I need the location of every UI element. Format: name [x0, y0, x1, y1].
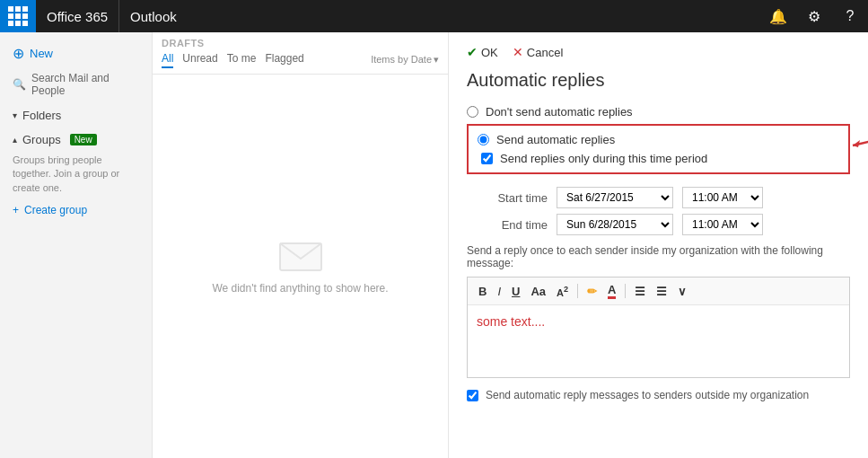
filter-tab-tome[interactable]: To me [227, 50, 257, 68]
items-by-date-dropdown[interactable]: Items by Date ▾ [371, 54, 439, 66]
waffle-menu-button[interactable] [0, 0, 36, 32]
editor-toolbar: B I U Aa A2 ✏ A ☰ ☰ ∨ [468, 277, 849, 305]
empty-envelope-icon [278, 239, 323, 275]
radio-group: Don't send automatic replies Send automa… [467, 105, 850, 178]
editor-body[interactable]: some text.... [468, 305, 849, 377]
toolbar-divider-2 [625, 284, 626, 298]
page-title: Automatic replies [467, 70, 850, 91]
new-button[interactable]: ⊕ New [0, 40, 152, 67]
send-auto-label: Send automatic replies [496, 133, 615, 146]
search-button[interactable]: 🔍 Search Mail and People [0, 67, 152, 101]
chevron-small-icon: ▾ [434, 54, 439, 66]
font-size-button[interactable]: Aa [527, 283, 549, 300]
empty-state: We didn't find anything to show here. [153, 75, 448, 458]
filter-tabs: All Unread To me Flagged [162, 50, 304, 68]
ok-label: OK [481, 46, 498, 59]
start-time-label: Start time [467, 191, 548, 205]
sidebar: ⊕ New 🔍 Search Mail and People ▾ Folders… [0, 32, 153, 458]
app-name: Outlook [119, 0, 760, 32]
superscript-button[interactable]: A2 [553, 283, 572, 300]
dont-send-radio[interactable] [467, 106, 478, 118]
cancel-button[interactable]: ✕ Cancel [513, 45, 563, 59]
create-group-label: Create group [24, 204, 87, 216]
check-icon: ✔ [467, 45, 478, 59]
filter-tab-flagged[interactable]: Flagged [265, 50, 303, 68]
create-group-button[interactable]: + Create group [0, 198, 152, 222]
action-bar: ✔ OK ✕ Cancel [467, 45, 850, 59]
middle-panel: DRAFTS All Unread To me Flagged Items by… [153, 32, 449, 458]
plus-icon: ⊕ [13, 45, 24, 62]
unordered-list-button[interactable]: ☰ [631, 283, 649, 300]
plus-small-icon: + [13, 204, 19, 216]
outside-org-label: Send automatic reply messages to senders… [486, 389, 809, 401]
groups-new-badge: New [70, 134, 97, 145]
highlighted-send-box: Send automatic replies Send replies only… [467, 124, 850, 174]
chevron-down-icon: ▾ [13, 110, 17, 120]
font-color-button[interactable]: A [604, 281, 619, 301]
product-name: Office 365 [36, 0, 119, 32]
send-auto-radio[interactable] [478, 134, 489, 145]
toolbar-divider-1 [577, 284, 578, 298]
end-time-row: End time Sun 6/28/2015 11:00 AM [467, 214, 850, 235]
groups-description: Groups bring people together. Join a gro… [0, 150, 152, 198]
more-options-button[interactable]: ∨ [674, 283, 690, 300]
send-auto-option[interactable]: Send automatic replies [478, 133, 839, 146]
outside-org-checkbox-label[interactable]: Send automatic reply messages to senders… [467, 389, 850, 401]
dont-send-option[interactable]: Don't send automatic replies [467, 105, 850, 119]
search-icon: 🔍 [13, 78, 26, 91]
empty-state-text: We didn't find anything to show here. [212, 282, 388, 295]
ordered-list-button[interactable]: ☰ [653, 283, 671, 300]
end-time-select[interactable]: 11:00 AM [682, 214, 763, 235]
start-time-select[interactable]: 11:00 AM [682, 187, 763, 208]
end-time-label: End time [467, 218, 548, 232]
cancel-label: Cancel [527, 46, 563, 59]
send-during-label: Send replies only during this time perio… [500, 152, 707, 165]
search-label: Search Mail and People [31, 72, 139, 97]
cross-icon: ✕ [513, 45, 523, 59]
main-layout: ⊕ New 🔍 Search Mail and People ▾ Folders… [0, 32, 868, 458]
topbar-icons: 🔔 ⚙ ? [760, 0, 868, 32]
message-editor: B I U Aa A2 ✏ A ☰ ☰ ∨ some text.... [467, 277, 850, 378]
editor-text: some text.... [477, 314, 545, 329]
right-panel: ✔ OK ✕ Cancel Automatic replies Don't se… [449, 32, 868, 458]
folders-header[interactable]: ▾ Folders [0, 101, 152, 126]
start-time-row: Start time Sat 6/27/2015 11:00 AM [467, 187, 850, 208]
new-label: New [30, 47, 53, 60]
underline-button[interactable]: U [508, 283, 523, 300]
topbar: Office 365 Outlook 🔔 ⚙ ? [0, 0, 868, 32]
drafts-toolbar: All Unread To me Flagged Items by Date ▾ [153, 48, 448, 75]
drafts-header: DRAFTS [153, 32, 448, 48]
italic-button[interactable]: I [494, 283, 504, 300]
start-date-select[interactable]: Sat 6/27/2015 [557, 187, 673, 208]
groups-label: Groups [22, 133, 61, 146]
folders-label: Folders [22, 109, 61, 122]
items-by-date-label: Items by Date [371, 54, 432, 65]
settings-icon-button[interactable]: ⚙ [796, 0, 832, 32]
outside-org-checkbox[interactable] [467, 390, 478, 401]
end-date-select[interactable]: Sun 6/28/2015 [557, 214, 673, 235]
send-during-checkbox[interactable] [481, 153, 493, 164]
waffle-icon [8, 6, 28, 26]
send-during-option[interactable]: Send replies only during this time perio… [481, 152, 839, 165]
dont-send-label: Don't send automatic replies [486, 105, 633, 119]
chevron-up-icon: ▴ [13, 135, 17, 145]
ok-button[interactable]: ✔ OK [467, 45, 498, 59]
highlight-button[interactable]: ✏ [583, 283, 601, 300]
red-arrow-annotation [846, 128, 868, 163]
bold-button[interactable]: B [475, 283, 490, 300]
filter-tab-unread[interactable]: Unread [182, 50, 217, 68]
send-description: Send a reply once to each sender inside … [467, 244, 850, 269]
help-icon-button[interactable]: ? [832, 0, 868, 32]
filter-tab-all[interactable]: All [162, 50, 173, 68]
groups-header[interactable]: ▴ Groups New [0, 126, 152, 150]
bell-icon-button[interactable]: 🔔 [760, 0, 796, 32]
